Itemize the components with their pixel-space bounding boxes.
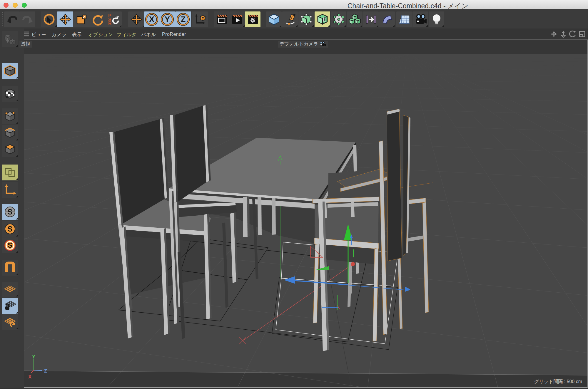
svg-text:R: R xyxy=(108,21,112,26)
svg-text:S: S xyxy=(7,207,12,216)
svg-text:S: S xyxy=(8,241,12,249)
svg-text:S: S xyxy=(7,224,12,233)
svg-text:Y: Y xyxy=(32,355,36,360)
svg-text:Z: Z xyxy=(181,15,186,24)
svg-text:Z: Z xyxy=(44,368,47,374)
svg-text:Y: Y xyxy=(165,15,170,24)
svg-text:X: X xyxy=(28,374,32,380)
svg-text:X: X xyxy=(149,15,154,24)
